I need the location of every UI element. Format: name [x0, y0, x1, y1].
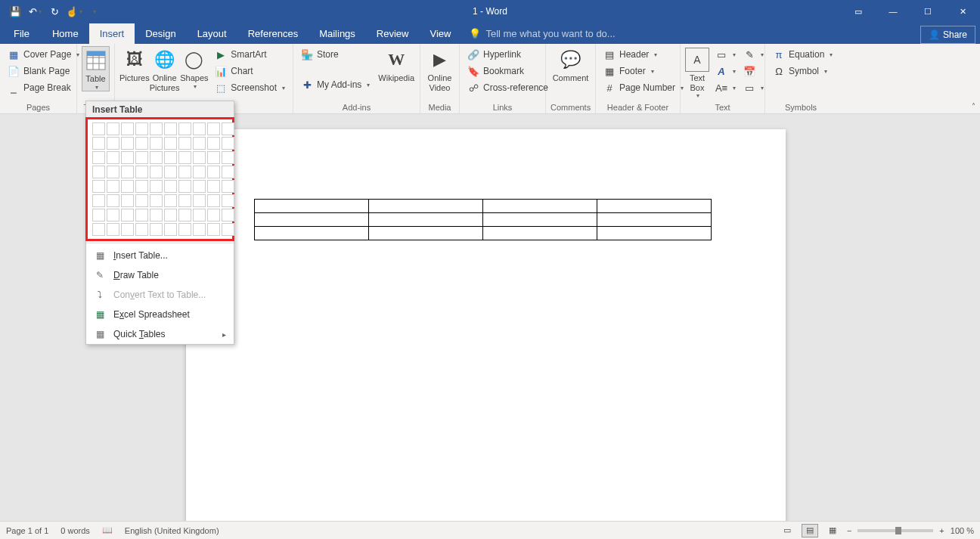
grid-cell[interactable]	[150, 223, 163, 236]
grid-cell[interactable]	[164, 151, 177, 164]
cover-page-button[interactable]: ▦Cover Page▾	[5, 46, 82, 63]
grid-cell[interactable]	[193, 137, 206, 150]
grid-cell[interactable]	[178, 223, 191, 236]
grid-cell[interactable]	[107, 223, 119, 236]
tell-me-search[interactable]: 💡 Tell me what you want to do...	[469, 23, 615, 44]
grid-cell[interactable]	[193, 194, 206, 207]
grid-cell[interactable]	[92, 151, 105, 164]
grid-cell[interactable]	[178, 137, 191, 150]
grid-cell[interactable]	[207, 223, 220, 236]
grid-cell[interactable]	[121, 194, 134, 207]
document-table[interactable]	[254, 199, 712, 240]
document-page[interactable]	[186, 129, 786, 521]
grid-cell[interactable]	[150, 180, 163, 193]
grid-cell[interactable]	[121, 223, 134, 236]
grid-cell[interactable]	[193, 223, 206, 236]
my-addins-button[interactable]: ✚My Add-ins▾	[298, 76, 373, 93]
grid-cell[interactable]	[135, 209, 148, 221]
grid-cell[interactable]	[178, 194, 191, 207]
close-icon[interactable]: ✕	[945, 0, 980, 23]
grid-cell[interactable]	[150, 122, 163, 135]
status-words[interactable]: 0 words	[60, 526, 90, 535]
grid-cell[interactable]	[135, 180, 148, 193]
tab-review[interactable]: Review	[366, 23, 420, 44]
redo-icon[interactable]: ↻	[45, 2, 64, 20]
grid-cell[interactable]	[107, 151, 119, 164]
read-mode-button[interactable]: ▭	[779, 524, 795, 537]
web-layout-button[interactable]: ▦	[824, 524, 841, 537]
grid-cell[interactable]	[121, 180, 134, 193]
signature-button[interactable]: ✎▾	[740, 46, 767, 63]
footer-button[interactable]: ▦Footer▾	[600, 63, 687, 79]
table-row[interactable]	[255, 227, 712, 240]
grid-cell[interactable]	[164, 137, 177, 150]
screenshot-button[interactable]: ⬚Screenshot▾	[212, 79, 288, 96]
grid-cell[interactable]	[107, 122, 119, 135]
grid-cell[interactable]	[193, 166, 206, 178]
grid-cell[interactable]	[222, 151, 234, 164]
page-break-button[interactable]: ⎯Page Break	[5, 79, 82, 96]
tab-design[interactable]: Design	[135, 23, 186, 44]
tab-layout[interactable]: Layout	[187, 23, 237, 44]
undo-icon[interactable]: ↶▾	[26, 2, 44, 20]
hyperlink-button[interactable]: 🔗Hyperlink	[464, 46, 551, 63]
grid-cell[interactable]	[164, 194, 177, 207]
maximize-icon[interactable]: ☐	[910, 0, 945, 23]
grid-cell[interactable]	[193, 180, 206, 193]
header-button[interactable]: ▤Header▾	[600, 46, 687, 63]
print-layout-button[interactable]: ▤	[802, 524, 818, 537]
grid-cell[interactable]	[178, 209, 191, 221]
tab-insert[interactable]: Insert	[89, 23, 135, 44]
grid-cell[interactable]	[193, 209, 206, 221]
grid-cell[interactable]	[178, 166, 191, 178]
grid-cell[interactable]	[121, 166, 134, 178]
online-video-button[interactable]: ▶Online Video	[425, 46, 454, 92]
grid-cell[interactable]	[92, 209, 105, 221]
comment-button[interactable]: 💬Comment	[550, 46, 591, 83]
grid-cell[interactable]	[150, 209, 163, 221]
object-button[interactable]: ▭▾	[740, 79, 767, 96]
grid-cell[interactable]	[135, 223, 148, 236]
wordart-button[interactable]: A▾	[712, 63, 739, 79]
status-page[interactable]: Page 1 of 1	[6, 526, 48, 535]
table-row[interactable]	[255, 213, 712, 227]
grid-cell[interactable]	[121, 122, 134, 135]
grid-cell[interactable]	[193, 122, 206, 135]
proofing-icon[interactable]: 📖	[102, 525, 113, 535]
table-size-grid[interactable]	[85, 117, 234, 241]
pictures-button[interactable]: 🖼Pictures	[119, 46, 150, 83]
grid-cell[interactable]	[193, 151, 206, 164]
grid-cell[interactable]	[207, 151, 220, 164]
grid-cell[interactable]	[121, 151, 134, 164]
grid-cell[interactable]	[135, 151, 148, 164]
qat-customize-icon[interactable]: ▾	[85, 2, 103, 20]
wikipedia-button[interactable]: WWikipedia	[377, 46, 415, 83]
grid-cell[interactable]	[92, 223, 105, 236]
grid-cell[interactable]	[135, 137, 148, 150]
drop-cap-button[interactable]: A≡▾	[712, 79, 739, 96]
tab-file[interactable]: File	[3, 23, 40, 44]
equation-button[interactable]: πEquation▾	[770, 46, 836, 63]
grid-cell[interactable]	[92, 137, 105, 150]
zoom-out-button[interactable]: −	[847, 526, 851, 535]
grid-cell[interactable]	[178, 122, 191, 135]
cross-reference-button[interactable]: ☍Cross-reference	[464, 79, 551, 96]
grid-cell[interactable]	[107, 194, 119, 207]
grid-cell[interactable]	[207, 122, 220, 135]
zoom-in-button[interactable]: +	[939, 526, 944, 535]
grid-cell[interactable]	[164, 166, 177, 178]
grid-cell[interactable]	[222, 137, 234, 150]
grid-cell[interactable]	[164, 180, 177, 193]
grid-cell[interactable]	[178, 180, 191, 193]
tab-view[interactable]: View	[419, 23, 461, 44]
grid-cell[interactable]	[222, 209, 234, 221]
tab-mailings[interactable]: Mailings	[309, 23, 366, 44]
excel-spreadsheet-item[interactable]: ▦Excel Spreadsheet	[86, 305, 234, 324]
quick-tables-item[interactable]: ▦Quick Tables▸	[86, 324, 234, 344]
grid-cell[interactable]	[222, 122, 234, 135]
grid-cell[interactable]	[92, 122, 105, 135]
tab-references[interactable]: References	[237, 23, 309, 44]
smartart-button[interactable]: ▶SmartArt	[212, 46, 288, 63]
grid-cell[interactable]	[150, 151, 163, 164]
grid-cell[interactable]	[107, 166, 119, 178]
